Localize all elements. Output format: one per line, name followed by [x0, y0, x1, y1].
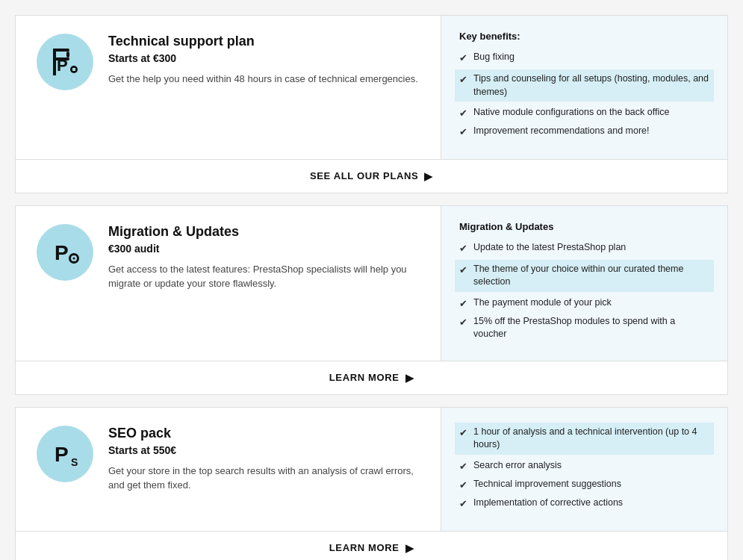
benefit-text: Update to the latest PrestaShop plan — [473, 241, 626, 255]
card-technical-support: P Technical support plan Starts at €300 … — [15, 15, 728, 193]
check-icon: ✔ — [459, 297, 467, 311]
benefit-item: ✔ Tips and counseling for all setups (ho… — [455, 69, 714, 102]
benefit-text: Technical improvement suggestions — [473, 478, 621, 491]
benefit-item: ✔ The payment module of your pick — [459, 296, 709, 311]
card-price: Starts at €300 — [108, 52, 420, 64]
benefit-item: ✔ Technical improvement suggestions — [459, 478, 709, 492]
check-icon: ✔ — [459, 316, 467, 329]
footer-button-label: LEARN MORE — [329, 542, 400, 553]
card-benefits: Key benefits: ✔ Bug fixing ✔ Tips and co… — [441, 16, 727, 159]
svg-text:S: S — [71, 456, 78, 468]
benefit-item: ✔ 15% off the PrestaShop modules to spen… — [459, 315, 709, 341]
card-price: Starts at 550€ — [108, 444, 420, 456]
check-icon: ✔ — [459, 479, 467, 492]
card-info: Migration & Updates €300 audit Get acces… — [108, 224, 420, 291]
check-icon: ✔ — [459, 125, 467, 139]
footer-button-label: SEE ALL OUR PLANS — [310, 170, 418, 181]
card-price: €300 audit — [108, 243, 420, 255]
card-seo-pack: P S SEO pack Starts at 550€ Get your sto… — [15, 407, 728, 560]
card-info: Technical support plan Starts at €300 Ge… — [108, 34, 420, 87]
card-main: P Migration & Updates €300 audit Get acc… — [16, 206, 727, 361]
check-icon: ✔ — [459, 73, 467, 87]
benefit-item: ✔ Search error analysis — [459, 459, 709, 473]
card-left: P Migration & Updates €300 audit Get acc… — [16, 206, 441, 361]
cards-container: P Technical support plan Starts at €300 … — [15, 15, 728, 560]
benefit-item: ✔ Update to the latest PrestaShop plan — [459, 241, 709, 255]
benefit-text: The payment module of your pick — [473, 296, 612, 310]
benefit-text: Tips and counseling for all setups (host… — [473, 72, 709, 99]
benefit-text: Improvement recommendations and more! — [473, 125, 650, 138]
card-title: SEO pack — [108, 426, 420, 441]
benefit-text: 15% off the PrestaShop modules to spend … — [473, 315, 709, 341]
benefit-text: Search error analysis — [473, 459, 562, 473]
card-footer: LEARN MORE ▶ — [16, 361, 727, 394]
benefits-title: Key benefits: — [459, 31, 709, 42]
benefit-item: ✔ 1 hour of analysis and a technical int… — [455, 423, 714, 455]
benefits-title: Migration & Updates — [459, 221, 709, 232]
svg-point-11 — [73, 257, 75, 259]
arrow-right-icon: ▶ — [405, 372, 414, 384]
svg-rect-3 — [53, 52, 56, 60]
card-main: P S SEO pack Starts at 550€ Get your sto… — [16, 408, 727, 531]
card-benefits: Migration & Updates ✔ Update to the late… — [441, 206, 727, 361]
card-description: Get access to the latest features: Prest… — [108, 262, 420, 291]
card-footer: SEE ALL OUR PLANS ▶ — [16, 159, 727, 193]
logo-circle: P — [37, 224, 93, 281]
benefit-item: ✔ Improvement recommendations and more! — [459, 125, 709, 139]
check-icon: ✔ — [459, 107, 467, 120]
arrow-right-icon: ▶ — [405, 542, 414, 554]
logo-circle: P S — [37, 426, 93, 482]
card-benefits: ✔ 1 hour of analysis and a technical int… — [441, 408, 727, 531]
check-icon: ✔ — [459, 242, 467, 255]
card-title: Migration & Updates — [108, 224, 420, 240]
svg-text:P: P — [57, 56, 68, 75]
card-main: P Technical support plan Starts at €300 … — [16, 16, 727, 159]
benefit-text: Native module configurations on the back… — [473, 106, 669, 119]
check-icon: ✔ — [459, 460, 467, 473]
card-footer-button[interactable]: LEARN MORE ▶ — [329, 542, 414, 554]
svg-text:P: P — [55, 241, 69, 264]
card-title: Technical support plan — [108, 34, 420, 49]
card-left: P S SEO pack Starts at 550€ Get your sto… — [16, 408, 441, 531]
svg-rect-7 — [72, 68, 75, 71]
benefit-item: ✔ Implementation of corrective actions — [459, 497, 709, 511]
benefit-text: The theme of your choice within our cura… — [473, 263, 709, 289]
benefit-item: ✔ Native module configurations on the ba… — [459, 106, 709, 120]
footer-button-label: LEARN MORE — [329, 372, 400, 383]
benefit-item: ✔ The theme of your choice within our cu… — [455, 260, 714, 292]
check-icon: ✔ — [459, 497, 467, 511]
benefit-text: Bug fixing — [473, 51, 514, 64]
check-icon: ✔ — [459, 52, 467, 65]
card-description: Get the help you need within 48 hours in… — [108, 72, 420, 87]
card-left: P Technical support plan Starts at €300 … — [16, 16, 441, 159]
svg-text:P: P — [55, 443, 69, 466]
check-icon: ✔ — [459, 264, 467, 277]
logo-circle: P — [37, 34, 93, 90]
benefit-text: Implementation of corrective actions — [473, 497, 623, 510]
card-footer-button[interactable]: LEARN MORE ▶ — [329, 372, 414, 384]
check-icon: ✔ — [459, 426, 467, 440]
card-footer-button[interactable]: SEE ALL OUR PLANS ▶ — [310, 170, 433, 182]
benefit-text: 1 hour of analysis and a technical inter… — [473, 426, 709, 452]
card-footer: LEARN MORE ▶ — [16, 531, 727, 561]
card-description: Get your store in the top search results… — [108, 464, 420, 493]
card-migration-updates: P Migration & Updates €300 audit Get acc… — [15, 205, 728, 395]
arrow-right-icon: ▶ — [424, 170, 433, 182]
card-info: SEO pack Starts at 550€ Get your store i… — [108, 426, 420, 493]
benefit-item: ✔ Bug fixing — [459, 51, 709, 65]
